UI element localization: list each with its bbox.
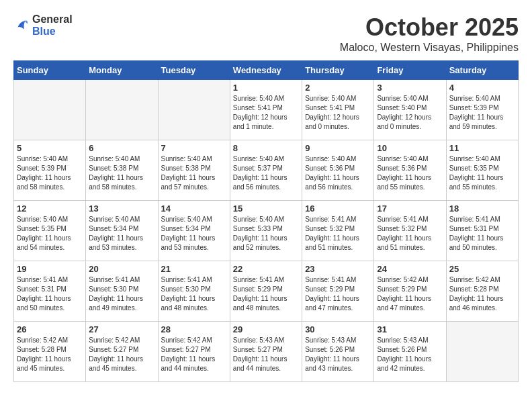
- day-number: 9: [305, 143, 371, 153]
- day-number: 16: [305, 203, 371, 214]
- logo: General Blue: [13, 13, 73, 38]
- day-number: 24: [377, 264, 443, 274]
- calendar-cell: 28Sunrise: 5:42 AMSunset: 5:27 PMDayligh…: [158, 322, 230, 382]
- day-number: 7: [161, 143, 227, 153]
- day-number: 31: [377, 324, 443, 334]
- day-number: 30: [305, 324, 371, 334]
- day-info: Sunrise: 5:40 AMSunset: 5:33 PMDaylight:…: [233, 215, 299, 253]
- calendar-cell: 27Sunrise: 5:42 AMSunset: 5:27 PMDayligh…: [86, 322, 158, 382]
- calendar-cell: 19Sunrise: 5:41 AMSunset: 5:31 PMDayligh…: [14, 261, 86, 322]
- day-number: 15: [233, 203, 299, 214]
- day-info: Sunrise: 5:40 AMSunset: 5:41 PMDaylight:…: [233, 94, 299, 132]
- day-number: 2: [305, 83, 371, 93]
- weekday-header-saturday: Saturday: [446, 61, 518, 80]
- calendar-cell: 25Sunrise: 5:42 AMSunset: 5:28 PMDayligh…: [446, 261, 518, 322]
- day-info: Sunrise: 5:41 AMSunset: 5:31 PMDaylight:…: [17, 275, 83, 313]
- calendar-cell: 29Sunrise: 5:43 AMSunset: 5:27 PMDayligh…: [230, 322, 302, 382]
- title-area: October 2025 Maloco, Western Visayas, Ph…: [340, 13, 519, 54]
- page-header: General Blue October 2025 Maloco, Wester…: [13, 13, 519, 54]
- day-number: 19: [17, 264, 83, 274]
- logo-text-blue: Blue: [32, 26, 56, 37]
- day-number: 27: [89, 324, 154, 334]
- weekday-header-wednesday: Wednesday: [230, 61, 302, 80]
- calendar-header-row: SundayMondayTuesdayWednesdayThursdayFrid…: [14, 61, 519, 80]
- day-number: 14: [161, 203, 227, 214]
- calendar-cell: 5Sunrise: 5:40 AMSunset: 5:39 PMDaylight…: [14, 140, 86, 201]
- calendar-cell: 1Sunrise: 5:40 AMSunset: 5:41 PMDaylight…: [230, 80, 302, 140]
- calendar-cell: [446, 322, 518, 382]
- day-number: 10: [377, 143, 443, 153]
- day-number: 8: [233, 143, 299, 153]
- day-number: 25: [449, 264, 515, 274]
- day-number: 11: [449, 143, 515, 153]
- calendar-cell: 3Sunrise: 5:40 AMSunset: 5:40 PMDaylight…: [374, 80, 446, 140]
- calendar-cell: 12Sunrise: 5:40 AMSunset: 5:35 PMDayligh…: [14, 201, 86, 261]
- calendar-week-1: 1Sunrise: 5:40 AMSunset: 5:41 PMDaylight…: [14, 80, 519, 140]
- weekday-header-friday: Friday: [374, 61, 446, 80]
- calendar-cell: 16Sunrise: 5:41 AMSunset: 5:32 PMDayligh…: [302, 201, 374, 261]
- calendar-week-2: 5Sunrise: 5:40 AMSunset: 5:39 PMDaylight…: [14, 140, 519, 201]
- calendar-week-5: 26Sunrise: 5:42 AMSunset: 5:28 PMDayligh…: [14, 322, 519, 382]
- day-number: 17: [377, 203, 443, 214]
- day-info: Sunrise: 5:43 AMSunset: 5:27 PMDaylight:…: [233, 336, 299, 373]
- weekday-header-sunday: Sunday: [14, 61, 86, 80]
- calendar-cell: 31Sunrise: 5:43 AMSunset: 5:26 PMDayligh…: [374, 322, 446, 382]
- day-info: Sunrise: 5:42 AMSunset: 5:29 PMDaylight:…: [377, 275, 443, 313]
- day-number: 5: [17, 143, 83, 153]
- day-info: Sunrise: 5:40 AMSunset: 5:34 PMDaylight:…: [161, 215, 227, 253]
- location-title: Maloco, Western Visayas, Philippines: [340, 42, 519, 54]
- day-number: 21: [161, 264, 227, 274]
- day-info: Sunrise: 5:40 AMSunset: 5:34 PMDaylight:…: [89, 215, 154, 253]
- day-info: Sunrise: 5:42 AMSunset: 5:27 PMDaylight:…: [89, 336, 154, 373]
- day-number: 26: [17, 324, 83, 334]
- day-info: Sunrise: 5:41 AMSunset: 5:29 PMDaylight:…: [305, 275, 371, 313]
- day-number: 3: [377, 83, 443, 93]
- calendar-cell: [158, 80, 230, 140]
- day-info: Sunrise: 5:40 AMSunset: 5:37 PMDaylight:…: [233, 154, 299, 192]
- calendar-cell: 6Sunrise: 5:40 AMSunset: 5:38 PMDaylight…: [86, 140, 158, 201]
- day-info: Sunrise: 5:43 AMSunset: 5:26 PMDaylight:…: [377, 336, 443, 373]
- day-number: 20: [89, 264, 154, 274]
- calendar-cell: 26Sunrise: 5:42 AMSunset: 5:28 PMDayligh…: [14, 322, 86, 382]
- day-number: 23: [305, 264, 371, 274]
- calendar-cell: 23Sunrise: 5:41 AMSunset: 5:29 PMDayligh…: [302, 261, 374, 322]
- calendar-cell: [86, 80, 158, 140]
- day-info: Sunrise: 5:40 AMSunset: 5:40 PMDaylight:…: [377, 94, 443, 132]
- logo-bird-icon: [13, 17, 30, 34]
- month-title: October 2025: [340, 13, 519, 42]
- calendar-cell: 21Sunrise: 5:41 AMSunset: 5:30 PMDayligh…: [158, 261, 230, 322]
- day-info: Sunrise: 5:41 AMSunset: 5:30 PMDaylight:…: [161, 275, 227, 313]
- calendar-cell: 4Sunrise: 5:40 AMSunset: 5:39 PMDaylight…: [446, 80, 518, 140]
- day-info: Sunrise: 5:40 AMSunset: 5:38 PMDaylight:…: [89, 154, 154, 192]
- logo-text-general: General: [32, 13, 73, 25]
- day-number: 22: [233, 264, 299, 274]
- day-info: Sunrise: 5:41 AMSunset: 5:29 PMDaylight:…: [233, 275, 299, 313]
- day-info: Sunrise: 5:41 AMSunset: 5:30 PMDaylight:…: [89, 275, 154, 313]
- day-info: Sunrise: 5:40 AMSunset: 5:39 PMDaylight:…: [17, 154, 83, 192]
- calendar-cell: 8Sunrise: 5:40 AMSunset: 5:37 PMDaylight…: [230, 140, 302, 201]
- calendar-cell: 7Sunrise: 5:40 AMSunset: 5:38 PMDaylight…: [158, 140, 230, 201]
- weekday-header-tuesday: Tuesday: [158, 61, 230, 80]
- weekday-header-monday: Monday: [86, 61, 158, 80]
- calendar-cell: 10Sunrise: 5:40 AMSunset: 5:36 PMDayligh…: [374, 140, 446, 201]
- day-info: Sunrise: 5:40 AMSunset: 5:36 PMDaylight:…: [305, 154, 371, 192]
- calendar-cell: 20Sunrise: 5:41 AMSunset: 5:30 PMDayligh…: [86, 261, 158, 322]
- day-number: 18: [449, 203, 515, 214]
- day-number: 12: [17, 203, 83, 214]
- calendar-table: SundayMondayTuesdayWednesdayThursdayFrid…: [13, 60, 519, 382]
- day-number: 1: [233, 83, 299, 93]
- calendar-cell: 24Sunrise: 5:42 AMSunset: 5:29 PMDayligh…: [374, 261, 446, 322]
- day-info: Sunrise: 5:40 AMSunset: 5:38 PMDaylight:…: [161, 154, 227, 192]
- day-number: 28: [161, 324, 227, 334]
- calendar-cell: 2Sunrise: 5:40 AMSunset: 5:41 PMDaylight…: [302, 80, 374, 140]
- calendar-cell: 15Sunrise: 5:40 AMSunset: 5:33 PMDayligh…: [230, 201, 302, 261]
- calendar-cell: 30Sunrise: 5:43 AMSunset: 5:26 PMDayligh…: [302, 322, 374, 382]
- calendar-week-4: 19Sunrise: 5:41 AMSunset: 5:31 PMDayligh…: [14, 261, 519, 322]
- calendar-cell: 9Sunrise: 5:40 AMSunset: 5:36 PMDaylight…: [302, 140, 374, 201]
- day-number: 13: [89, 203, 154, 214]
- calendar-cell: 13Sunrise: 5:40 AMSunset: 5:34 PMDayligh…: [86, 201, 158, 261]
- day-info: Sunrise: 5:42 AMSunset: 5:27 PMDaylight:…: [161, 336, 227, 373]
- calendar-cell: 17Sunrise: 5:41 AMSunset: 5:32 PMDayligh…: [374, 201, 446, 261]
- day-info: Sunrise: 5:42 AMSunset: 5:28 PMDaylight:…: [449, 275, 515, 313]
- day-info: Sunrise: 5:40 AMSunset: 5:36 PMDaylight:…: [377, 154, 443, 192]
